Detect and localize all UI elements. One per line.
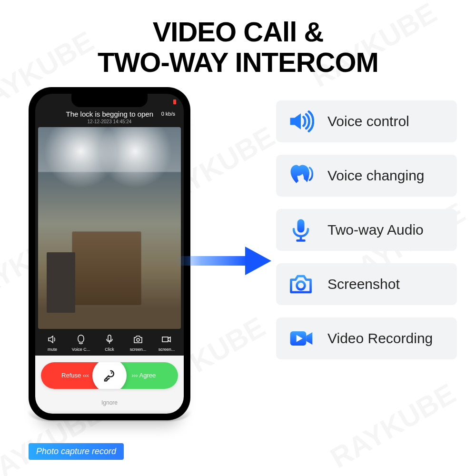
phone-frame: The lock is begging to open 0 kb/s 12-12… (29, 87, 190, 420)
mute-label: mute (48, 347, 57, 352)
svg-marker-3 (245, 247, 271, 275)
kbs-indicator: 0 kb/s (161, 111, 175, 117)
svg-rect-4 (298, 219, 305, 232)
screenshot-button[interactable]: screen... (125, 334, 151, 352)
svg-point-0 (137, 338, 139, 341)
feature-two-way-audio: Two-way Audio (276, 209, 457, 251)
live-video-feed[interactable] (38, 127, 181, 329)
feature-video-recording: Video Recording (276, 317, 457, 359)
talk-button[interactable]: Click (96, 334, 123, 352)
key-icon (102, 368, 117, 383)
call-action-area: Refuse ‹‹‹ ››› Agree Ignore (35, 356, 184, 414)
swipe-bar[interactable]: Refuse ‹‹‹ ››› Agree (41, 362, 178, 389)
ignore-button[interactable]: Ignore (41, 399, 178, 406)
voice-change-icon (287, 161, 315, 190)
arrow-icon (176, 242, 271, 280)
phone-notch (71, 94, 148, 107)
video-icon (161, 334, 172, 345)
mic-icon (104, 334, 115, 345)
svg-point-5 (297, 281, 305, 289)
video-icon (287, 324, 315, 353)
feature-voice-changing: Voice changing (276, 155, 457, 197)
feature-label: Video Recording (327, 330, 433, 347)
features-list: Voice control Voice changing Two-way (200, 87, 457, 359)
battery-icon (173, 99, 176, 104)
camera-icon (287, 270, 315, 298)
page-title: VIDEO CAll & TWO-WAY INTERCOM (0, 0, 476, 78)
screenshot-label: screen... (130, 347, 147, 352)
video-timestamp: 12-12-2023 14:45:24 (35, 118, 184, 127)
video-header: The lock is begging to open 0 kb/s (35, 110, 184, 118)
phone-wrap: The lock is begging to open 0 kb/s 12-12… (29, 87, 200, 460)
feature-screenshot: Screenshot (276, 263, 457, 305)
title-line-2: TWO-WAY INTERCOM (98, 47, 378, 78)
talk-label: Click (105, 347, 114, 352)
phone-screen: The lock is begging to open 0 kb/s 12-12… (35, 94, 184, 414)
unlock-knob[interactable] (92, 362, 127, 389)
feature-voice-control: Voice control (276, 100, 457, 142)
mic-icon (287, 216, 315, 244)
title-line-1: VIDEO CAll & (153, 16, 324, 47)
record-button[interactable]: screen... (153, 334, 180, 352)
app-toolbar: mute Voice C... Click screen... (35, 329, 184, 356)
svg-point-1 (111, 372, 112, 373)
mute-button[interactable]: mute (39, 334, 66, 352)
capture-badge: Photo capture record (29, 443, 124, 460)
svg-rect-2 (176, 256, 248, 266)
content-row: The lock is begging to open 0 kb/s 12-12… (0, 78, 476, 460)
volume-icon (287, 107, 315, 136)
video-header-text: The lock is begging to open (66, 110, 153, 118)
record-label: screen... (159, 347, 175, 352)
camera-icon (132, 334, 144, 345)
feature-label: Voice control (327, 113, 409, 129)
speaker-icon (47, 334, 58, 345)
voice-change-button[interactable]: Voice C... (68, 334, 94, 352)
feature-label: Screenshot (327, 276, 400, 292)
voice-change-icon (75, 334, 87, 345)
feature-label: Two-way Audio (327, 222, 424, 238)
feature-label: Voice changing (327, 168, 425, 184)
voice-change-label: Voice C... (72, 347, 90, 352)
phone-reflection (29, 410, 190, 421)
